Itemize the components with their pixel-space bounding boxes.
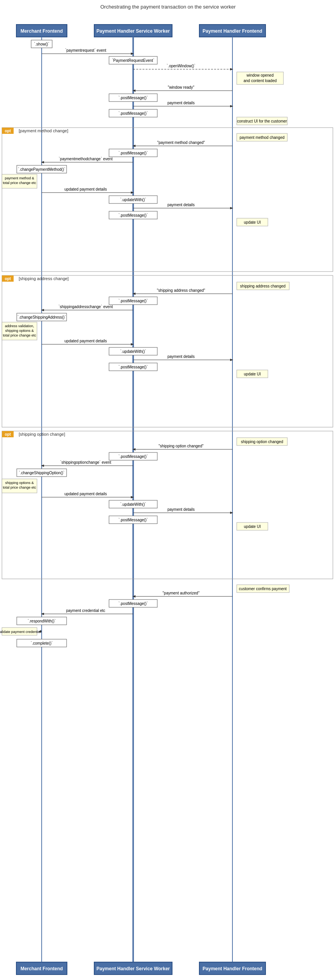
pm-changed-note: payment method changed [239,135,285,140]
pm-changed-msg: "payment method changed" [157,140,205,145]
participant-sw-top: Payment Handler Service Worker [97,28,170,34]
payment-credential-label: payment credential etc [66,608,106,613]
pm-total-note-line1: payment method & [5,176,34,180]
updated-pd1-label: updated payment details [65,187,107,191]
payment-authorized-label: "payment authorized" [163,591,200,595]
paymentmethodchange-event-label: `paymentmethodchange` event [59,157,113,161]
shipping-opt-changed-msg: "shipping option changed" [158,444,204,448]
svg-rect-42 [2,431,333,579]
participant-merchant-top: Merchant Frontend [21,28,63,34]
changePaymentMethod-label: `.changePaymentMethod()` [18,167,65,172]
shipping-addr-changed-msg: "shipping address changed" [157,288,205,293]
postMessage8-label: `.postMessage()` [118,518,148,522]
paymentrequest-event-label: `paymentrequest` event [65,48,106,53]
participant-frontend-bottom: Payment Handler Frontend [202,966,262,971]
opt3-label: [shipping option change] [19,432,65,437]
diagram-title: Orchestrating the payment transaction on… [0,0,336,13]
postMessage1-label: `.postMessage()` [118,96,148,100]
updateWith2-label: `.updateWith()` [120,349,146,354]
update-ui3-label: update UI [244,524,260,529]
update-ui1-label: update UI [244,220,260,224]
shippingaddresschange-label: `shippingaddresschange` event [58,305,113,309]
validate-payment-label: validate payment credential [0,630,41,634]
openWindow-label: `.openWindow()` [167,64,195,68]
window-ready-label: "window ready" [168,85,195,89]
postMessage9-label: `.postMessage()` [118,601,148,606]
svg-rect-16 [2,128,333,272]
update-ui2-label: update UI [244,372,260,376]
payment-details3-label: payment details [167,354,195,359]
window-opened-line1: window opened [246,73,274,77]
addr-validation-line3: total price change etc [3,333,36,337]
participant-merchant-bottom: Merchant Frontend [21,966,63,971]
opt2-label: [shipping address change] [19,276,69,281]
addr-validation-line2: shipping options & [5,329,34,333]
postMessage2-label: `.postMessage()` [118,111,148,116]
postMessage6-label: `.postMessage()` [118,365,148,369]
window-opened-line2: and content loaded [243,79,276,83]
opt1-label: [payment method change] [19,128,68,133]
opt3-badge: opt [5,432,11,437]
diagram-container: Orchestrating the payment transaction on… [0,0,336,980]
participant-frontend-top: Payment Handler Frontend [202,28,262,34]
payment-details1-label: payment details [167,101,195,105]
changeShippingAddress-label: `.changeShippingAddress()` [18,315,66,319]
shipping-opt-changed-note: shipping option changed [241,440,283,444]
PaymentRequestEvent-label: `PaymentRequestEvent` [112,58,155,63]
updated-pd3-label: updated payment details [65,492,107,496]
shipping-opts-line1: shipping options & [5,481,34,485]
show-label: `.show()` [34,42,49,46]
postMessage3-label: `.postMessage()` [118,151,148,155]
pm-total-note-line2: total price change etc [3,181,36,185]
svg-rect-29 [2,275,333,427]
complete-label: `.complete()` [31,641,53,645]
participant-sw-bottom: Payment Handler Service Worker [97,966,170,971]
shipping-opts-line2: total price change etc [3,486,36,489]
shippingoptionchange-label: `shippingoptionchange` event [60,460,111,465]
updateWith3-label: `.updateWith()` [120,502,146,507]
postMessage4-label: `.postMessage()` [118,213,148,217]
construct-ui-label: construct UI for the customer [237,119,287,123]
payment-details2-label: payment details [167,203,195,207]
sequence-diagram: Merchant Frontend Payment Handler Servic… [0,13,336,980]
postMessage7-label: `.postMessage()` [118,454,148,459]
postMessage5-label: `.postMessage()` [118,299,148,303]
addr-validation-line1: address validation, [5,324,34,328]
updated-pd2-label: updated payment details [65,339,107,343]
customer-confirms-label: customer confirms payment [239,587,287,591]
opt1-badge: opt [5,129,11,133]
changeShippingOption-label: `.changeShippingOption()` [19,471,64,475]
shipping-addr-changed-note: shipping address changed [240,284,286,288]
payment-details4-label: payment details [167,507,195,512]
updateWith1-label: `.updateWith()` [120,198,146,202]
respondWith-label: `.respondWith()` [28,619,56,623]
opt2-badge: opt [5,277,11,281]
